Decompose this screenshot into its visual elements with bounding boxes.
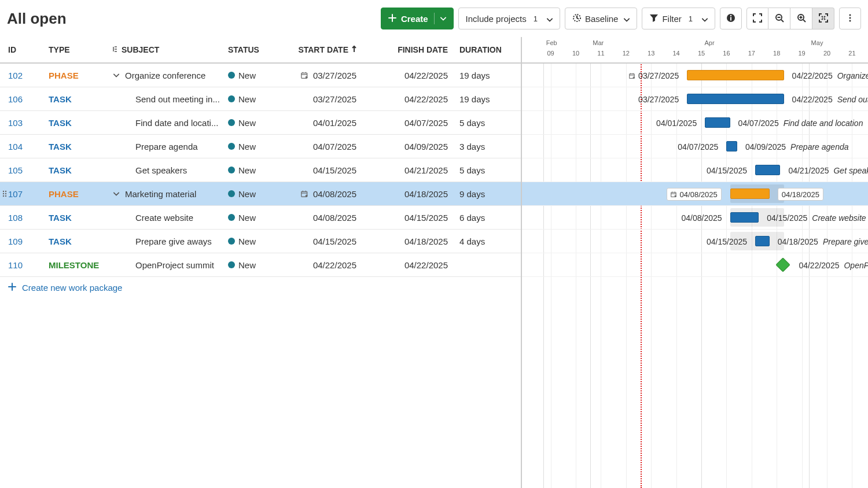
cell-type[interactable]: MILESTONE [49, 260, 112, 270]
cell-subject[interactable]: OpenProject summit [112, 260, 228, 270]
cell-id[interactable]: 110 [8, 260, 49, 270]
cell-id[interactable]: 105 [8, 165, 49, 175]
gantt-row[interactable]: 04/22/2025OpenProject [522, 253, 868, 277]
cell-status[interactable]: New [228, 165, 286, 175]
table-row[interactable]: 109 TASK Prepare give aways New 04/15/20… [0, 230, 521, 253]
zoom-to-fit-button[interactable] [812, 8, 834, 29]
gantt-pane[interactable]: FebMarAprMay 09101112131415161718192021 … [522, 37, 868, 488]
cell-subject[interactable]: Send out meeting in... [112, 94, 228, 104]
cell-duration[interactable]: 3 days [459, 142, 529, 151]
column-header-duration[interactable]: DURATION [459, 45, 529, 54]
gantt-row[interactable]: 04/07/202504/09/2025Prepare agenda [522, 135, 868, 158]
info-button[interactable] [720, 8, 742, 29]
cell-status[interactable]: New [228, 260, 286, 270]
cell-start-date[interactable]: 04/08/2025 [286, 189, 373, 199]
cell-type[interactable]: TASK [49, 165, 112, 175]
table-row[interactable]: 108 TASK Create website New 04/08/2025 0… [0, 206, 521, 230]
more-menu-button[interactable] [839, 8, 861, 29]
table-row[interactable]: 110 MILESTONE OpenProject summit New 04/… [0, 253, 521, 277]
gantt-bar[interactable] [730, 188, 770, 199]
cell-subject[interactable]: Prepare give aways [112, 236, 228, 246]
cell-finish-date[interactable]: 04/22/2025 [373, 260, 459, 270]
cell-id[interactable]: 107 [8, 189, 49, 199]
cell-subject[interactable]: Organize conference [112, 71, 228, 80]
table-row[interactable]: 105 TASK Get speakers New 04/15/2025 04/… [0, 158, 521, 182]
column-header-id[interactable]: ID [8, 45, 49, 54]
chevron-down-icon[interactable] [112, 192, 120, 196]
cell-finish-date[interactable]: 04/18/2025 [373, 236, 459, 246]
column-header-status[interactable]: STATUS [228, 45, 286, 54]
cell-id[interactable]: 109 [8, 236, 49, 246]
cell-type[interactable]: PHASE [49, 71, 112, 80]
cell-type[interactable]: PHASE [49, 189, 112, 199]
gantt-bar[interactable] [755, 236, 770, 246]
table-row[interactable]: 106 TASK Send out meeting in... New 03/2… [0, 87, 521, 111]
cell-subject[interactable]: Prepare agenda [112, 142, 228, 151]
gantt-row[interactable]: 04/15/202504/18/2025Prepare give away [522, 230, 868, 253]
table-row[interactable]: 107 PHASE Marketing material New 04/08/2… [0, 182, 521, 206]
cell-start-date[interactable]: 04/01/2025 [286, 118, 373, 128]
gantt-row[interactable]: 03/27/202504/22/2025Organize conf [522, 64, 868, 87]
zoom-in-button[interactable] [790, 8, 812, 29]
cell-subject[interactable]: Get speakers [112, 165, 228, 175]
cell-type[interactable]: TASK [49, 213, 112, 223]
cell-type[interactable]: TASK [49, 118, 112, 128]
cell-start-date[interactable]: 04/15/2025 [286, 236, 373, 246]
cell-finish-date[interactable]: 04/22/2025 [373, 71, 459, 80]
gantt-row[interactable]: 04/01/202504/07/2025Find date and locati… [522, 111, 868, 135]
cell-start-date[interactable]: 03/27/2025 [286, 71, 373, 80]
cell-start-date[interactable]: 04/15/2025 [286, 165, 373, 175]
table-row[interactable]: 102 PHASE Organize conference New 03/27/… [0, 64, 521, 87]
drag-handle-icon[interactable] [2, 182, 8, 205]
chevron-down-icon[interactable] [112, 73, 120, 77]
cell-start-date[interactable]: 04/07/2025 [286, 142, 373, 151]
cell-start-date[interactable]: 03/27/2025 [286, 94, 373, 104]
gantt-bar[interactable] [755, 165, 780, 175]
cell-status[interactable]: New [228, 118, 286, 128]
cell-finish-date[interactable]: 04/22/2025 [373, 94, 459, 104]
gantt-bar[interactable] [705, 117, 730, 128]
gantt-date-chip-start[interactable]: 04/08/2025 [667, 188, 722, 201]
cell-subject[interactable]: Create website [112, 213, 228, 223]
column-header-type[interactable]: TYPE [49, 45, 112, 54]
gantt-row[interactable]: 04/08/202504/15/2025Create website [522, 206, 868, 230]
cell-status[interactable]: New [228, 189, 286, 199]
column-header-subject[interactable]: SUBJECT [112, 45, 228, 54]
cell-finish-date[interactable]: 04/09/2025 [373, 142, 459, 151]
baseline-button[interactable]: Baseline [565, 8, 638, 29]
cell-duration[interactable]: 4 days [459, 236, 529, 246]
gantt-bar[interactable] [730, 212, 759, 223]
gantt-row[interactable]: 04/15/202504/21/2025Get speakers [522, 158, 868, 182]
cell-type[interactable]: TASK [49, 236, 112, 246]
gantt-date-chip-finish[interactable]: 04/18/2025 [778, 188, 823, 201]
gantt-bar[interactable] [687, 70, 784, 80]
cell-finish-date[interactable]: 04/21/2025 [373, 165, 459, 175]
cell-type[interactable]: TASK [49, 94, 112, 104]
column-header-finish-date[interactable]: FINISH DATE [373, 45, 459, 54]
cell-duration[interactable]: 5 days [459, 165, 529, 175]
cell-id[interactable]: 104 [8, 142, 49, 151]
cell-start-date[interactable]: 04/08/2025 [286, 213, 373, 223]
cell-status[interactable]: New [228, 142, 286, 151]
cell-duration[interactable]: 9 days [459, 189, 529, 199]
cell-duration[interactable]: 5 days [459, 118, 529, 128]
cell-status[interactable]: New [228, 236, 286, 246]
cell-id[interactable]: 102 [8, 71, 49, 80]
cell-id[interactable]: 106 [8, 94, 49, 104]
cell-status[interactable]: New [228, 94, 286, 104]
cell-finish-date[interactable]: 04/07/2025 [373, 118, 459, 128]
cell-id[interactable]: 108 [8, 213, 49, 223]
create-button[interactable]: Create [381, 8, 454, 29]
gantt-bar[interactable] [726, 141, 737, 151]
include-projects-button[interactable]: Include projects 1 [458, 8, 560, 29]
cell-type[interactable]: TASK [49, 142, 112, 151]
cell-id[interactable]: 103 [8, 118, 49, 128]
gantt-bar[interactable] [687, 94, 784, 104]
fullscreen-button[interactable] [746, 8, 768, 29]
cell-subject[interactable]: Find date and locati... [112, 118, 228, 128]
cell-finish-date[interactable]: 04/18/2025 [373, 189, 459, 199]
create-new-work-package[interactable]: Create new work package [0, 277, 521, 298]
cell-subject[interactable]: Marketing material [112, 189, 228, 199]
gantt-milestone[interactable] [776, 257, 790, 272]
cell-finish-date[interactable]: 04/15/2025 [373, 213, 459, 223]
